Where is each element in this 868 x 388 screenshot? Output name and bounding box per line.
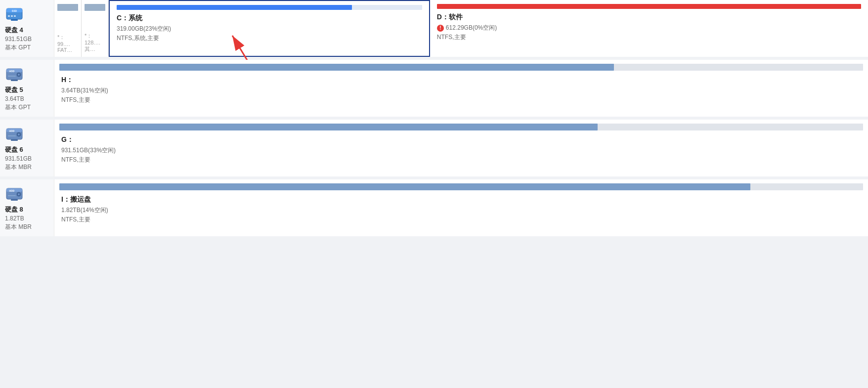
disk4-small1-label: *： — [57, 34, 78, 41]
disk8-partitions: I：搬运盘 1.82TB(14%空闲) NTFS,主要 — [54, 179, 868, 236]
disk4-d-partition[interactable]: D：软件 !612.29GB(0%空闲) NTFS,主要 — [430, 0, 868, 57]
disk4-small2-size: 128.… — [85, 40, 105, 45]
disk8-i-fs: NTFS,主要 — [61, 216, 861, 224]
disk6-g-fs: NTFS,主要 — [61, 156, 861, 164]
disk8-row: HDD 硬盘 8 1.82TB 基本 MBR I：搬运盘 1.82TB(14%空… — [0, 179, 868, 239]
warn-icon: ! — [437, 25, 444, 32]
disk4-c-fs: NTFS,系统,主要 — [117, 34, 422, 43]
svg-point-12 — [18, 74, 20, 76]
disk6-info: HDD 硬盘 6 931.51GB 基本 MBR — [0, 120, 54, 176]
disk5-name: 硬盘 5 — [5, 86, 23, 94]
disk6-name: 硬盘 6 — [5, 145, 23, 154]
disk4-name: 硬盘 4 — [5, 26, 23, 35]
disk4-c-size: 319.00GB(23%空闲) — [117, 25, 422, 33]
disk8-size: 1.82TB — [5, 215, 24, 222]
disk4-partitions: *： 99.… FAT… *： 128.… 其… — [54, 0, 868, 57]
disk4-info: SSD 硬盘 4 931.51GB 基本 GPT — [0, 0, 54, 57]
disk4-c-partition[interactable]: C：系统 319.00GB(23%空闲) NTFS,系统,主要 — [109, 0, 430, 57]
svg-rect-2 — [8, 15, 10, 17]
disk4-c-title: C：系统 — [117, 14, 422, 23]
svg-text:HDD: HDD — [9, 129, 15, 132]
disk4-small2-label: *： — [85, 32, 105, 40]
disk4-small-part1[interactable]: *： 99.… FAT… — [54, 0, 82, 57]
svg-point-19 — [18, 134, 20, 135]
disk8-i-size: 1.82TB(14%空闲) — [61, 206, 861, 215]
disk8-type: 基本 MBR — [5, 223, 32, 231]
disk5-h-partition[interactable]: H： 3.64TB(31%空闲) NTFS,主要 — [54, 73, 868, 117]
disk4-size: 931.51GB — [5, 36, 32, 43]
svg-rect-20 — [8, 135, 16, 136]
svg-rect-6 — [11, 19, 18, 21]
svg-rect-27 — [8, 195, 16, 196]
svg-rect-13 — [8, 76, 16, 77]
disk4-d-title: D：软件 — [437, 13, 861, 22]
hdd-icon-5: HDD — [5, 65, 24, 84]
disk5-h-size: 3.64TB(31%空闲) — [61, 86, 861, 95]
disk4-small1-fs: FAT… — [57, 47, 78, 53]
disk6-g-size: 931.51GB(33%空闲) — [61, 146, 861, 155]
svg-rect-15 — [11, 80, 18, 81]
disk5-size: 3.64TB — [5, 95, 24, 102]
disk4-type: 基本 GPT — [5, 43, 31, 52]
disk4-small-part2[interactable]: *： 128.… 其… — [82, 0, 109, 57]
disk8-i-title: I：搬运盘 — [61, 195, 861, 204]
svg-point-26 — [18, 194, 20, 195]
svg-text:HDD: HDD — [9, 70, 15, 73]
disk8-name: 硬盘 8 — [5, 205, 23, 214]
disk5-info: HDD 硬盘 5 3.64TB 基本 GPT — [0, 60, 54, 117]
disk4-row: SSD 硬盘 4 931.51GB 基本 GPT *： 99.… FAT… — [0, 0, 868, 60]
disk5-type: 基本 GPT — [5, 103, 31, 112]
hdd-icon-6: HDD — [5, 125, 24, 143]
disk6-size: 931.51GB — [5, 155, 32, 162]
disk5-h-title: H： — [61, 76, 861, 85]
disk-list: SSD 硬盘 4 931.51GB 基本 GPT *： 99.… FAT… — [0, 0, 868, 239]
disk4-small1-size: 99.… — [57, 41, 78, 47]
ssd-icon: SSD — [5, 5, 24, 24]
disk6-type: 基本 MBR — [5, 163, 32, 172]
disk6-partitions: G： 931.51GB(33%空闲) NTFS,主要 — [54, 120, 868, 176]
disk6-row: HDD 硬盘 6 931.51GB 基本 MBR G： 931.51GB(33%… — [0, 120, 868, 179]
svg-rect-22 — [11, 139, 18, 141]
svg-rect-4 — [14, 15, 16, 17]
disk4-d-size: !612.29GB(0%空闲) — [437, 24, 861, 32]
disk5-partitions: H： 3.64TB(31%空闲) NTFS,主要 — [54, 60, 868, 117]
disk4-small2-fs: 其… — [85, 45, 105, 53]
svg-rect-3 — [11, 15, 13, 17]
disk4-d-fs: NTFS,主要 — [437, 33, 861, 42]
disk5-h-fs: NTFS,主要 — [61, 96, 861, 104]
svg-text:HDD: HDD — [9, 189, 15, 192]
hdd-icon-8: HDD — [5, 184, 24, 203]
disk8-info: HDD 硬盘 8 1.82TB 基本 MBR — [0, 179, 54, 236]
disk6-g-title: G： — [61, 135, 861, 144]
disk8-i-partition[interactable]: I：搬运盘 1.82TB(14%空闲) NTFS,主要 — [54, 192, 868, 236]
svg-rect-29 — [11, 199, 18, 201]
disk6-g-partition[interactable]: G： 931.51GB(33%空闲) NTFS,主要 — [54, 132, 868, 176]
svg-text:SSD: SSD — [12, 9, 17, 12]
disk5-row: HDD 硬盘 5 3.64TB 基本 GPT H： 3.64TB(31%空闲) … — [0, 60, 868, 120]
